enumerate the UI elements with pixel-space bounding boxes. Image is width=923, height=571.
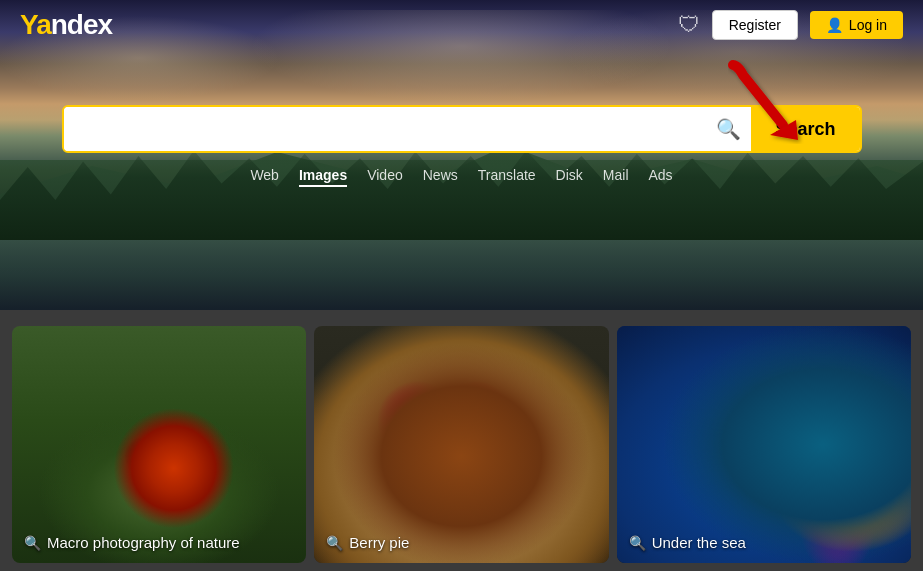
user-icon: 👤 (826, 17, 843, 33)
hero-water-reflection (0, 240, 923, 310)
header-right: 🛡 Register 👤 Log in (678, 10, 903, 40)
card-macro-image (12, 326, 306, 563)
card-macro-photography[interactable]: 🔍 Macro photography of nature (12, 326, 306, 563)
camera-icon: 🔍 (716, 117, 741, 141)
tab-images[interactable]: Images (299, 165, 347, 187)
tab-video[interactable]: Video (367, 165, 403, 187)
search-icon-card-1: 🔍 (24, 535, 41, 551)
card-under-the-sea[interactable]: 🔍 Under the sea (617, 326, 911, 563)
search-area: 🔍 Search Web Images Video News Translate… (62, 105, 862, 187)
card-berry-pie[interactable]: 🔍 Berry pie (314, 326, 608, 563)
tab-web[interactable]: Web (250, 165, 279, 187)
tab-ads[interactable]: Ads (649, 165, 673, 187)
shield-icon[interactable]: 🛡 (678, 12, 700, 38)
search-box: 🔍 Search (62, 105, 862, 153)
logo-text: Ya (20, 9, 51, 40)
card-macro-label: 🔍 Macro photography of nature (24, 534, 240, 551)
logo: Yandex (20, 9, 112, 41)
register-button[interactable]: Register (712, 10, 798, 40)
header: Yandex 🛡 Register 👤 Log in (0, 0, 923, 50)
search-icon-card-3: 🔍 (629, 535, 646, 551)
tab-news[interactable]: News (423, 165, 458, 187)
search-button[interactable]: Search (751, 107, 859, 151)
search-input[interactable] (64, 107, 707, 151)
card-berry-label: 🔍 Berry pie (326, 534, 409, 551)
card-sea-label: 🔍 Under the sea (629, 534, 746, 551)
tab-translate[interactable]: Translate (478, 165, 536, 187)
tab-disk[interactable]: Disk (556, 165, 583, 187)
search-icon-card-2: 🔍 (326, 535, 343, 551)
card-berry-image (314, 326, 608, 563)
login-button[interactable]: 👤 Log in (810, 11, 903, 39)
nav-tabs: Web Images Video News Translate Disk Mai… (62, 165, 862, 187)
cards-container: 🔍 Macro photography of nature 🔍 Berry pi… (0, 318, 923, 571)
tab-mail[interactable]: Mail (603, 165, 629, 187)
card-sea-image (617, 326, 911, 563)
camera-search-button[interactable]: 🔍 (706, 117, 751, 141)
logo-text-2: ndex (51, 9, 112, 40)
